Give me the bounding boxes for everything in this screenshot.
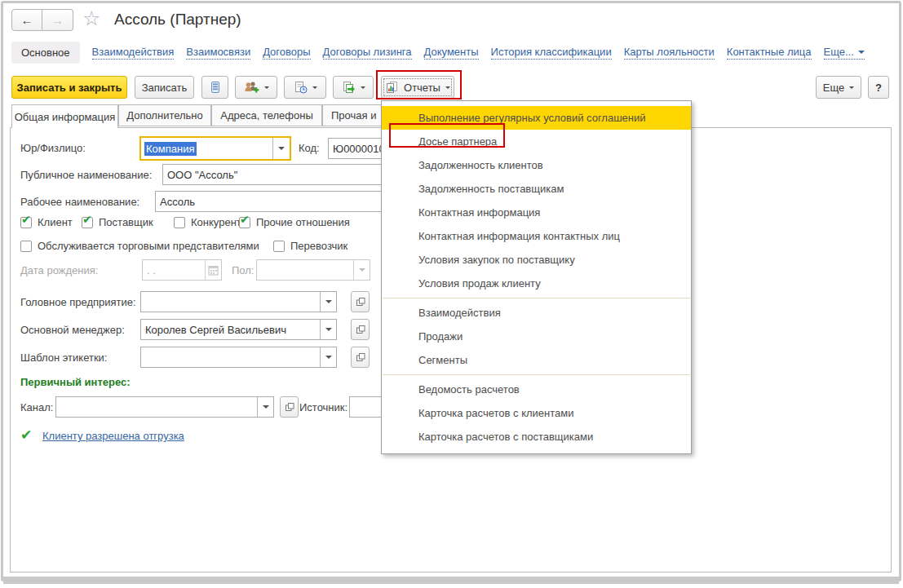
- nav-item-contracts[interactable]: Договоры: [263, 46, 310, 60]
- save-and-close-button[interactable]: Записать и закрыть: [11, 76, 127, 99]
- checkbox-label: Поставщик: [99, 216, 153, 228]
- menu-item-sales[interactable]: Продажи: [382, 325, 691, 348]
- channel-combo[interactable]: [55, 396, 274, 418]
- page-title: Ассоль (Партнер): [114, 11, 241, 29]
- help-label: ?: [875, 82, 882, 94]
- menu-item-settlement-sheet[interactable]: Ведомость расчетов: [382, 378, 691, 401]
- window-bottom-edge: [3, 577, 899, 584]
- combo-dropdown-button[interactable]: [272, 138, 290, 159]
- nav-item-relations[interactable]: Взаимосвязи: [186, 46, 250, 60]
- channel-label: Канал:: [20, 401, 53, 413]
- create-contact-button[interactable]: [235, 76, 277, 99]
- chevron-down-icon: [325, 356, 332, 362]
- help-button[interactable]: ?: [868, 76, 889, 99]
- nav-item-interactions[interactable]: Взаимодействия: [92, 46, 175, 60]
- document-forward-icon: [342, 81, 356, 94]
- tab-additional[interactable]: Дополнительно: [118, 104, 211, 126]
- tab-other-info[interactable]: Прочая и: [322, 104, 383, 126]
- menu-item-regular-conditions[interactable]: Выполнение регулярных условий соглашений: [382, 106, 691, 130]
- checkbox-other-relations[interactable]: ✔ Прочие отношения: [239, 216, 350, 228]
- create-based-on-button[interactable]: [333, 76, 374, 99]
- legal-type-combo[interactable]: Компания: [139, 136, 291, 161]
- head-company-open-button[interactable]: [351, 291, 370, 312]
- nav-item-leasing-contracts[interactable]: Договоры лизинга: [323, 46, 412, 60]
- nav-item-loyalty-cards[interactable]: Карты лояльности: [624, 46, 715, 60]
- checkbox-served-by-reps[interactable]: Обслуживается торговыми представителями: [20, 240, 259, 252]
- menu-item-supplier-debt[interactable]: Задолженность поставщикам: [382, 177, 691, 201]
- checkbox-box[interactable]: [20, 241, 32, 252]
- checkmark-icon: ✔: [240, 213, 250, 226]
- gender-combo: [256, 259, 370, 281]
- add-person-icon: [244, 81, 259, 94]
- menu-item-contact-info[interactable]: Контактная информация: [382, 201, 691, 224]
- checkbox-box[interactable]: ✔: [20, 217, 32, 228]
- menu-item-client-debt[interactable]: Задолженность клиентов: [382, 153, 691, 177]
- combo-dropdown-button[interactable]: [320, 292, 336, 312]
- legal-type-label: Юр/Физлицо:: [20, 142, 86, 154]
- forward-button[interactable]: →: [42, 9, 73, 31]
- main-manager-value: Королев Сергей Васильевич: [141, 324, 320, 336]
- nav-item-contact-persons[interactable]: Контактные лица: [727, 46, 812, 60]
- main-manager-combo[interactable]: Королев Сергей Васильевич: [140, 319, 337, 340]
- label-template-open-button[interactable]: [351, 347, 370, 368]
- checkbox-box[interactable]: ✔: [239, 217, 250, 228]
- checkbox-supplier[interactable]: ✔ Поставщик: [82, 216, 153, 228]
- head-company-combo[interactable]: [140, 291, 337, 312]
- checkbox-box[interactable]: [174, 217, 185, 228]
- combo-dropdown-button[interactable]: [320, 347, 336, 367]
- checkbox-label: Обслуживается торговыми представителями: [38, 240, 259, 252]
- nav-more-button[interactable]: Еще...: [824, 46, 865, 60]
- favorite-star-icon[interactable]: ☆: [82, 7, 100, 30]
- label-template-combo[interactable]: [140, 347, 337, 368]
- save-button[interactable]: Записать: [135, 76, 194, 99]
- menu-separator: [383, 298, 690, 298]
- menu-item-interactions[interactable]: Взаимодействия: [382, 301, 691, 325]
- checkbox-box[interactable]: [273, 241, 285, 252]
- save-and-close-label: Записать и закрыть: [17, 82, 122, 94]
- chevron-down-icon: [359, 268, 365, 275]
- channel-open-button[interactable]: [280, 396, 299, 418]
- menu-item-purchase-terms[interactable]: Условия закупок по поставщику: [382, 248, 691, 272]
- shipment-allowed-link[interactable]: Клиенту разрешена отгрузка: [42, 430, 184, 442]
- nav-item-main[interactable]: Основное: [11, 42, 80, 64]
- chevron-down-icon: [361, 86, 365, 91]
- chevron-down-icon: [325, 328, 332, 334]
- main-manager-label: Основной менеджер:: [20, 324, 125, 336]
- menu-item-partner-dossier[interactable]: Досье партнера: [382, 130, 691, 153]
- open-form-icon: [356, 325, 365, 334]
- chevron-down-icon: [445, 86, 450, 91]
- shipment-allowed-check-icon: ✔: [20, 427, 32, 444]
- menu-item-client-settlement-card[interactable]: Карточка расчетов с клиентами: [382, 401, 691, 425]
- combo-dropdown-button[interactable]: [257, 397, 273, 417]
- chevron-down-icon: [858, 51, 865, 57]
- combo-dropdown-button[interactable]: [320, 320, 336, 339]
- checkbox-competitor[interactable]: Конкурент: [174, 216, 241, 228]
- checkbox-box[interactable]: ✔: [82, 217, 93, 228]
- menu-item-sales-terms[interactable]: Условия продаж клиенту: [382, 272, 691, 295]
- more-button[interactable]: Еще: [816, 76, 861, 99]
- checkbox-client[interactable]: ✔ Клиент: [20, 216, 73, 228]
- section-nav: Основное Взаимодействия Взаимосвязи Дого…: [11, 42, 865, 64]
- menu-item-segments[interactable]: Сегменты: [382, 348, 691, 372]
- reports-dropdown-menu: Выполнение регулярных условий соглашений…: [381, 100, 692, 454]
- report-chart-icon: [385, 81, 399, 94]
- checkbox-label: Клиент: [38, 216, 73, 228]
- main-manager-open-button[interactable]: [351, 319, 370, 340]
- reports-button[interactable]: Отчеты: [381, 76, 454, 99]
- checkbox-carrier[interactable]: Перевозчик: [273, 240, 347, 252]
- save-label: Записать: [142, 82, 188, 94]
- tab-addresses[interactable]: Адреса, телефоны: [211, 104, 322, 126]
- menu-item-supplier-settlement-card[interactable]: Карточка расчетов с поставщиками: [382, 425, 691, 449]
- nav-more-label: Еще...: [824, 46, 854, 58]
- structure-button[interactable]: [201, 76, 228, 99]
- open-form-icon: [285, 402, 294, 412]
- tab-general-info[interactable]: Общая информация: [11, 104, 118, 128]
- chevron-down-icon: [264, 86, 269, 91]
- nav-item-documents[interactable]: Документы: [424, 46, 479, 60]
- back-button[interactable]: ←: [11, 9, 42, 31]
- menu-item-contact-persons-info[interactable]: Контактная информация контактных лиц: [382, 224, 691, 248]
- tasks-reminder-button[interactable]: [284, 76, 326, 99]
- chevron-down-icon: [325, 300, 332, 307]
- history-nav-group: ← →: [11, 9, 73, 31]
- nav-item-classification-history[interactable]: История классификации: [491, 46, 612, 60]
